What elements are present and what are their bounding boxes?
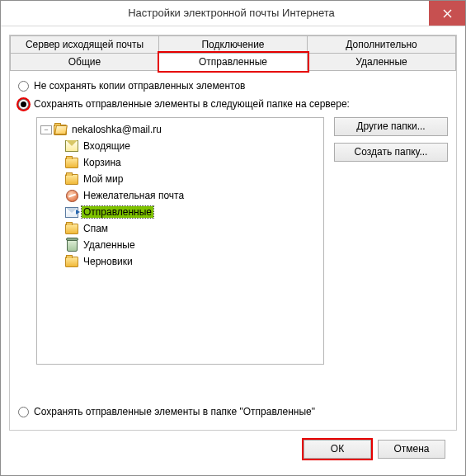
titlebar: Настройки электронной почты Интернета [1, 1, 465, 26]
tree-item-label: Нежелательная почта [82, 190, 186, 201]
option-label: Не сохранять копии отправленных элементо… [34, 79, 245, 92]
ok-button[interactable]: ОК [304, 440, 371, 459]
tree-item[interactable]: Черновики [40, 253, 323, 270]
close-button[interactable] [429, 1, 465, 26]
folder-icon [65, 257, 78, 267]
option-save-in-folder[interactable]: Сохранять отправленные элементы в следую… [18, 97, 448, 111]
tree-item-label: Удаленные [82, 239, 137, 251]
folder-open-icon [54, 125, 67, 135]
radio-icon [18, 99, 29, 110]
tree-item-label: Черновики [82, 256, 134, 267]
tree-item-label: Входящие [82, 140, 132, 152]
cancel-button[interactable]: Отмена [378, 440, 445, 459]
collapse-icon[interactable]: − [40, 125, 52, 134]
folder-icon [65, 158, 78, 168]
folder-icon [65, 174, 78, 185]
tree-item-label: Спам [82, 223, 110, 234]
dialog-button-bar: ОК Отмена [9, 431, 457, 467]
option-save-default[interactable]: Сохранять отправленные элементы в папке … [18, 405, 448, 418]
radio-icon [18, 81, 29, 92]
tree-item-label: Корзина [82, 157, 123, 168]
tree-item[interactable]: Отправленные [40, 204, 323, 220]
create-folder-button[interactable]: Создать папку... [334, 143, 448, 162]
tab-advanced[interactable]: Дополнительно [308, 35, 456, 54]
dialog-body: Сервер исходящей почты Подключение Допол… [1, 26, 465, 475]
radio-icon [18, 407, 29, 417]
tab-sent[interactable]: Отправленные [159, 53, 308, 71]
window-title: Настройки электронной почты Интернета [1, 1, 429, 26]
option-label: Сохранять отправленные элементы в следую… [34, 97, 350, 111]
tree-item[interactable]: Мой мир [40, 171, 323, 187]
tree-item[interactable]: Удаленные [40, 237, 323, 253]
tree-item[interactable]: Входящие [40, 138, 323, 154]
tab-panel: Не сохранять копии отправленных элементо… [10, 71, 456, 430]
trash-icon [65, 239, 78, 252]
settings-window: Настройки электронной почты Интернета Се… [0, 0, 466, 476]
close-icon [443, 9, 452, 18]
side-buttons: Другие папки... Создать папку... [334, 117, 448, 397]
tree-item[interactable]: Спам [40, 220, 323, 237]
tab-row-2: Общие Отправленные Удаленные [10, 53, 456, 71]
tree-item[interactable]: Нежелательная почта [40, 187, 323, 204]
option-dont-save[interactable]: Не сохранять копии отправленных элементо… [18, 79, 448, 92]
folder-tree[interactable]: −nekaloshka@mail.ruВходящиеКорзинаМой ми… [36, 117, 324, 365]
tab-connection[interactable]: Подключение [159, 35, 308, 54]
tab-frame: Сервер исходящей почты Подключение Допол… [9, 35, 457, 431]
folder-picker-row: −nekaloshka@mail.ruВходящиеКорзинаМой ми… [36, 117, 448, 397]
inbox-icon [65, 140, 78, 152]
folder-icon [65, 224, 78, 234]
tree-root[interactable]: −nekaloshka@mail.ru [40, 121, 323, 138]
tab-deleted[interactable]: Удаленные [308, 53, 456, 71]
tab-row-1: Сервер исходящей почты Подключение Допол… [10, 35, 456, 54]
tree-root-label: nekaloshka@mail.ru [70, 124, 163, 135]
junk-icon [65, 190, 78, 202]
sent-icon [65, 207, 78, 218]
tree-item-label: Мой мир [82, 173, 125, 185]
tree-item-label: Отправленные [82, 206, 153, 218]
tree-item[interactable]: Корзина [40, 154, 323, 171]
option-label: Сохранять отправленные элементы в папке … [34, 405, 315, 418]
other-folders-button[interactable]: Другие папки... [334, 117, 448, 136]
tab-outgoing-server[interactable]: Сервер исходящей почты [10, 35, 159, 54]
tab-general[interactable]: Общие [10, 53, 159, 71]
